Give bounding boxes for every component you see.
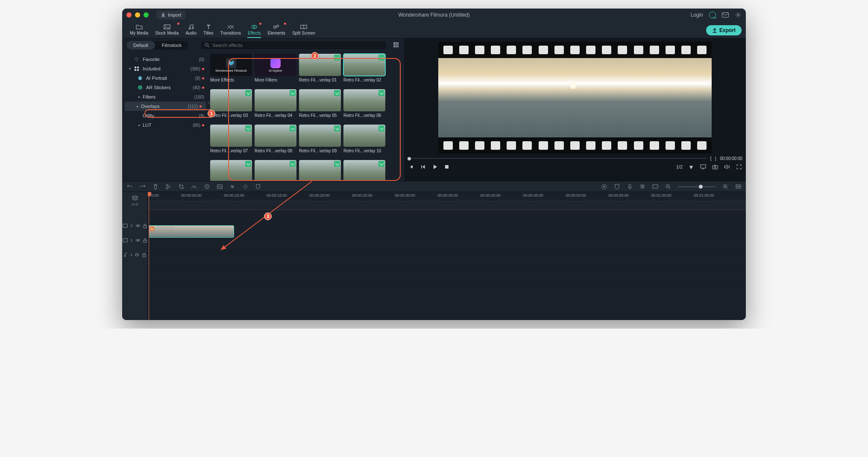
color-icon[interactable] <box>203 183 210 190</box>
maximize-icon[interactable] <box>144 12 149 17</box>
zoom-ratio[interactable]: 1/2 <box>676 164 683 169</box>
redo-icon[interactable] <box>139 183 146 190</box>
sidebar-item-ar-stickers[interactable]: AR Stickers(40) <box>122 83 208 92</box>
prev-frame-button[interactable] <box>408 163 414 170</box>
track-manager[interactable] <box>122 192 147 210</box>
volume-icon[interactable] <box>724 163 730 170</box>
lock-icon[interactable] <box>143 224 147 228</box>
effect-item[interactable]: Retro Fil…verlay 01 <box>299 54 341 82</box>
tab-my-media[interactable]: My Media <box>126 23 152 38</box>
crop-icon[interactable] <box>178 183 185 190</box>
sidebar-item-included[interactable]: ▾Included(395) <box>122 64 208 73</box>
speed-icon[interactable] <box>191 183 197 190</box>
empty-track[interactable] <box>148 268 746 282</box>
effect-item[interactable]: Retro Fil…verlay 08 <box>255 125 296 153</box>
import-button[interactable]: Import <box>156 11 185 19</box>
playhead[interactable] <box>149 192 149 320</box>
sidebar-item-favorite[interactable]: ♡Favorite(0) <box>122 55 208 64</box>
effect-item[interactable]: Retro Fil…verlay 06 <box>343 89 385 118</box>
effect-item[interactable]: Retro Fil…verlay 09 <box>299 125 341 153</box>
effect-item[interactable] <box>210 160 252 181</box>
split-icon[interactable] <box>165 183 172 190</box>
sidebar-item-lut[interactable]: ▸LUT(66) <box>122 120 208 130</box>
svg-rect-42 <box>629 184 631 187</box>
close-icon[interactable] <box>126 12 132 17</box>
mail-icon[interactable] <box>722 12 729 18</box>
segment-default[interactable]: Default <box>126 41 155 49</box>
tab-effects[interactable]: Effects <box>244 23 264 38</box>
grid-view-icon[interactable] <box>393 42 400 49</box>
effect-item[interactable]: Retro Fil…verlay 04 <box>255 89 296 118</box>
timeline-clip[interactable]: fx Sea Video <box>149 225 234 238</box>
effect-item[interactable]: Retro Fil…verlay 07 <box>210 125 252 153</box>
mark-in-icon[interactable]: { <box>710 156 711 161</box>
audio-track-1[interactable] <box>148 239 746 253</box>
tab-split-screen[interactable]: Split Screen <box>289 23 319 38</box>
effect-more-filters[interactable]: AI StylizerMore Filters <box>255 54 296 82</box>
render-icon[interactable] <box>601 183 607 190</box>
undo-icon[interactable] <box>126 183 133 190</box>
fit-icon[interactable] <box>735 183 742 190</box>
effect-more-effects[interactable]: Wondershare FilmstockMore Effects <box>210 54 252 82</box>
video-track-1[interactable]: fx Sea Video <box>148 224 746 239</box>
keyframe-icon[interactable] <box>242 183 249 190</box>
eye-icon[interactable] <box>135 239 141 242</box>
zoom-in-icon[interactable] <box>722 183 729 190</box>
timeline-ruler[interactable]: 00:00:00:0000:00:05:0000:00:10:0000:00:1… <box>148 192 746 201</box>
marker-icon[interactable] <box>255 183 261 190</box>
settings-icon[interactable] <box>735 12 742 18</box>
tab-audio[interactable]: Audio <box>182 23 200 38</box>
effect-item[interactable]: Retro Fil…verlay 05 <box>299 89 341 118</box>
effect-item[interactable] <box>299 160 341 181</box>
tab-elements[interactable]: Elements <box>264 23 289 38</box>
effect-item[interactable]: Retro Fil…verlay 10 <box>343 125 385 153</box>
effect-item[interactable] <box>255 160 296 181</box>
search-input[interactable] <box>212 43 383 48</box>
effect-item[interactable] <box>343 160 385 181</box>
delete-icon[interactable] <box>152 183 159 190</box>
segment-filmstock[interactable]: Filmstock <box>155 41 188 49</box>
green-screen-icon[interactable] <box>216 183 223 190</box>
tab-transitions[interactable]: Transitions <box>217 23 245 38</box>
aspect-icon[interactable] <box>652 183 659 190</box>
svg-point-26 <box>140 77 141 78</box>
snapshot-icon[interactable] <box>712 163 718 170</box>
sidebar-item-filters[interactable]: ▸Filters(160) <box>122 92 208 102</box>
eye-icon[interactable] <box>135 224 141 227</box>
timeline-body[interactable]: 00:00:00:0000:00:05:0000:00:10:0000:00:1… <box>148 192 746 320</box>
mosaic-icon[interactable] <box>229 183 236 190</box>
badge-icon[interactable] <box>613 183 620 190</box>
effect-item[interactable]: Retro Fil…verlay 03 <box>210 89 252 118</box>
record-icon[interactable] <box>626 183 633 190</box>
chevron-down-icon[interactable]: ▾ <box>688 163 695 170</box>
monitor-icon[interactable] <box>700 163 707 170</box>
step-back-button[interactable] <box>419 163 426 170</box>
stop-button[interactable] <box>443 163 450 170</box>
mark-out-icon[interactable]: } <box>715 156 716 161</box>
help-icon[interactable] <box>709 12 716 18</box>
play-button[interactable] <box>431 163 438 170</box>
sidebar-item-utility[interactable]: Utility(9) <box>122 111 208 120</box>
zoom-out-icon[interactable] <box>665 183 672 190</box>
track-header-a1[interactable]: 1 <box>122 247 147 262</box>
export-button[interactable]: Export <box>706 25 742 35</box>
sidebar-item-ai-portrait[interactable]: AI Portrait(9) <box>122 73 208 83</box>
sidebar-item-overlays[interactable]: ▸Overlays(111) <box>125 102 206 111</box>
mixer-icon[interactable] <box>639 183 646 190</box>
minimize-icon[interactable] <box>135 12 140 17</box>
tab-stock-media[interactable]: Stock Media <box>152 23 182 38</box>
lock-icon[interactable] <box>143 238 147 243</box>
login-link[interactable]: Login <box>691 12 703 18</box>
fullscreen-icon[interactable] <box>736 163 742 170</box>
progress-slider[interactable] <box>408 158 707 159</box>
lock-icon[interactable] <box>142 253 146 257</box>
effect-item[interactable]: Retro Fil…verlay 02 <box>343 54 385 82</box>
track-header-v1[interactable]: 1 <box>122 233 147 247</box>
tab-titles[interactable]: Titles <box>200 23 217 38</box>
filter-track[interactable] <box>148 201 746 210</box>
empty-track[interactable] <box>148 253 746 268</box>
track-header-v2[interactable]: 2 <box>122 218 147 233</box>
zoom-slider[interactable] <box>677 186 716 187</box>
video-track-2[interactable] <box>148 210 746 224</box>
speaker-icon[interactable] <box>135 253 140 257</box>
